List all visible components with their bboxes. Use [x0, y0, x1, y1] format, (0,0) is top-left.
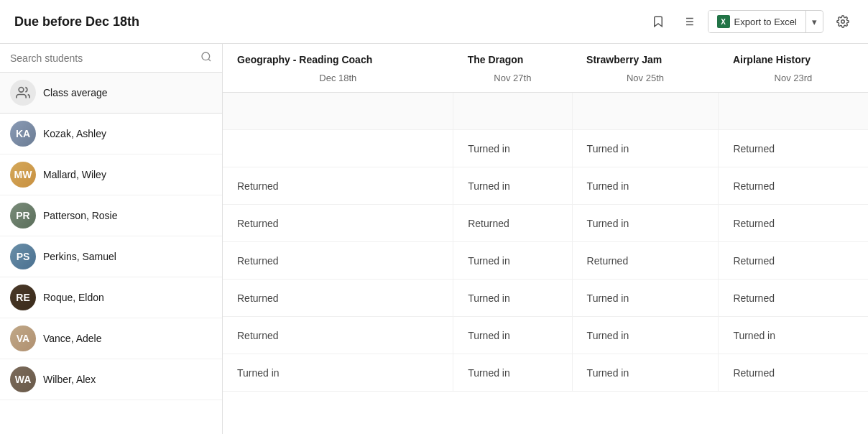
list-item[interactable]: VA Vance, Adele — [0, 318, 222, 359]
class-average-row[interactable]: Class average — [0, 73, 222, 114]
page-title: Due before Dec 18th — [14, 14, 139, 29]
list-item[interactable]: KA Kozak, Ashley — [0, 114, 222, 154]
assignment-date: Nov 23rd — [719, 70, 868, 93]
table-row — [223, 93, 868, 130]
table-cell: Turned in — [453, 167, 572, 205]
student-name: Kozak, Ashley — [43, 128, 106, 139]
list-item[interactable]: PR Patterson, Rosie — [0, 195, 222, 236]
table-cell: Returned — [719, 354, 868, 392]
svg-point-9 — [19, 88, 24, 93]
table-row: ReturnedReturnedTurned inReturned — [223, 205, 868, 242]
class-average-label: Class average — [43, 87, 108, 98]
export-to-excel-button[interactable]: X Export to Excel — [708, 11, 806, 32]
student-name: Mallard, Wiley — [43, 169, 106, 180]
table-cell: Returned — [223, 317, 453, 354]
list-item[interactable]: WA Wilber, Alex — [0, 359, 222, 400]
student-name: Patterson, Rosie — [43, 210, 118, 221]
student-name: Vance, Adele — [43, 333, 101, 344]
assignment-header: The Dragon — [453, 44, 572, 70]
class-average-icon — [10, 80, 36, 106]
student-rows-container: KA Kozak, Ashley MW Mallard, Wiley PR Pa… — [0, 114, 222, 400]
svg-point-6 — [841, 20, 845, 24]
table-cell: Turned in — [572, 130, 719, 167]
table-row: ReturnedTurned inTurned inTurned in — [223, 317, 868, 354]
table-cell: Returned — [223, 242, 453, 280]
student-name: Perkins, Samuel — [43, 251, 116, 262]
table-body: Turned inTurned inReturnedReturnedTurned… — [223, 93, 868, 392]
table-cell: Turned in — [572, 280, 719, 317]
list-item[interactable]: RE Roque, Eldon — [0, 277, 222, 318]
student-name: Wilber, Alex — [43, 374, 96, 385]
export-dropdown-button[interactable]: ▾ — [806, 12, 823, 32]
table-cell: Turned in — [453, 354, 572, 392]
table-cell: Returned — [572, 242, 719, 280]
assignment-header: Geography - Reading Coach — [223, 44, 453, 70]
export-button-group: X Export to Excel ▾ — [708, 10, 823, 33]
list-item[interactable]: PS Perkins, Samuel — [0, 236, 222, 277]
avatar: MW — [10, 162, 36, 188]
avatar: RE — [10, 285, 36, 310]
search-icon — [200, 51, 212, 65]
table-head: Geography - Reading CoachThe DragonStraw… — [223, 44, 868, 93]
table-cell: Returned — [719, 242, 868, 280]
assignments-table: Geography - Reading CoachThe DragonStraw… — [223, 44, 868, 392]
filter-icon — [682, 15, 695, 28]
avatar: PR — [10, 203, 36, 228]
table-cell: Returned — [223, 205, 453, 242]
table-cell: Returned — [223, 167, 453, 205]
avatar: KA — [10, 121, 36, 147]
header-bar: Due before Dec 18th X Export to Excel ▾ — [0, 0, 868, 44]
table-cell — [572, 93, 719, 130]
table-cell: Turned in — [572, 354, 719, 392]
table-cell: Turned in — [453, 280, 572, 317]
table-cell: Turned in — [453, 242, 572, 280]
left-panel: Class average KA Kozak, Ashley MW Mallar… — [0, 44, 223, 434]
student-list: Class average KA Kozak, Ashley MW Mallar… — [0, 73, 222, 434]
filter-button[interactable] — [678, 11, 699, 32]
table-row: Turned inTurned inTurned inReturned — [223, 354, 868, 392]
table-cell: Turned in — [453, 317, 572, 354]
settings-button[interactable] — [832, 11, 854, 32]
table-cell — [453, 93, 572, 130]
right-panel: Geography - Reading CoachThe DragonStraw… — [223, 44, 868, 434]
export-label: Export to Excel — [734, 17, 797, 27]
table-cell: Turned in — [572, 205, 719, 242]
table-cell: Turned in — [572, 317, 719, 354]
table-cell — [719, 93, 868, 130]
table-cell: Turned in — [719, 317, 868, 354]
svg-point-7 — [202, 52, 210, 60]
table-cell: Turned in — [223, 354, 453, 392]
bookmark-icon — [652, 15, 665, 28]
table-cell: Turned in — [453, 130, 572, 167]
avatar: WA — [10, 366, 36, 392]
table-cell: Returned — [223, 280, 453, 317]
excel-icon: X — [717, 15, 730, 28]
table-row: ReturnedTurned inTurned inReturned — [223, 280, 868, 317]
header-actions: X Export to Excel ▾ — [647, 10, 854, 33]
assignment-date: Nov 27th — [453, 70, 572, 93]
table-cell: Returned — [719, 167, 868, 205]
list-item[interactable]: MW Mallard, Wiley — [0, 154, 222, 195]
table-cell: Returned — [719, 205, 868, 242]
search-bar — [0, 44, 222, 73]
table-row: Turned inTurned inReturned — [223, 130, 868, 167]
assignment-header: Airplane History — [719, 44, 868, 70]
table-cell — [223, 130, 453, 167]
assignment-date: Dec 18th — [223, 70, 453, 93]
assignment-header: Strawberry Jam — [572, 44, 719, 70]
main-content: Class average KA Kozak, Ashley MW Mallar… — [0, 44, 868, 434]
student-name: Roque, Eldon — [43, 292, 104, 303]
search-input[interactable] — [10, 52, 195, 64]
table-cell: Returned — [453, 205, 572, 242]
assignment-date: Nov 25th — [572, 70, 719, 93]
table-cell: Turned in — [572, 167, 719, 205]
bookmark-button[interactable] — [647, 11, 669, 32]
table-row: ReturnedTurned inTurned inReturned — [223, 167, 868, 205]
gear-icon — [836, 15, 849, 28]
table-row: ReturnedTurned inReturnedReturned — [223, 242, 868, 280]
avatar: PS — [10, 244, 36, 269]
chevron-down-icon: ▾ — [812, 17, 817, 27]
table-cell — [223, 93, 453, 130]
avatar: VA — [10, 326, 36, 351]
table-cell: Returned — [719, 130, 868, 167]
